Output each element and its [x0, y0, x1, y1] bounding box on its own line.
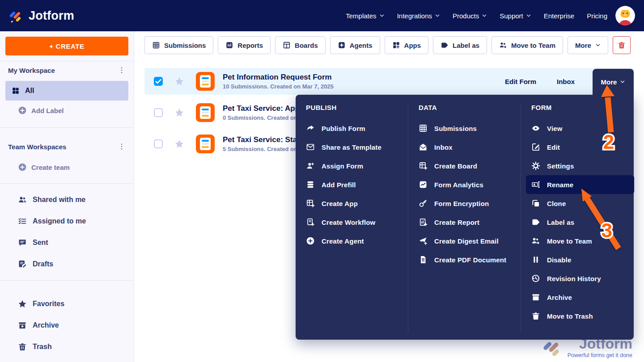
sidebar-item-label: Create team — [31, 164, 70, 171]
menu-item-inbox[interactable]: Inbox — [419, 138, 513, 156]
submissions-button[interactable]: Submissions — [144, 36, 213, 54]
menu-item-view[interactable]: View — [531, 119, 629, 138]
apps-button[interactable]: Apps — [385, 36, 429, 54]
trash-icon — [618, 41, 626, 49]
boards-button[interactable]: Boards — [275, 36, 326, 54]
menu-item-revision-history[interactable]: Revision History — [531, 269, 629, 288]
menu-item-rename[interactable]: Rename — [526, 175, 634, 194]
nav-support[interactable]: Support — [500, 12, 531, 20]
sidebar-item-sent[interactable]: Sent — [0, 232, 134, 253]
sidebar-item-label: All — [25, 87, 34, 95]
pdf-document-icon — [419, 255, 428, 264]
menu-section-publish: PUBLISH — [306, 102, 401, 114]
label-as-button[interactable]: Label as — [433, 36, 487, 54]
sidebar-item-favorites[interactable]: Favorites — [0, 293, 134, 315]
move-to-team-button[interactable]: Move to Team — [491, 36, 563, 54]
sidebar-item-trash[interactable]: Trash — [0, 336, 134, 358]
menu-item-archive[interactable]: Archive — [531, 288, 629, 307]
edit-form-link[interactable]: Edit Form — [505, 78, 536, 85]
favorite-star-icon[interactable] — [174, 139, 184, 149]
menu-item-create-digest-email[interactable]: Create Digest Email — [419, 232, 513, 250]
form-meta: 0 Submissions. Created on F — [223, 114, 304, 121]
archive-box-icon — [531, 293, 540, 302]
divider — [0, 61, 134, 61]
form-title[interactable]: Pet Taxi Service: Appo — [223, 104, 304, 113]
menu-item-clone[interactable]: Clone — [531, 194, 629, 213]
sidebar-item-drafts[interactable]: Drafts — [0, 253, 134, 275]
row-checkbox[interactable] — [154, 139, 163, 148]
delete-button[interactable] — [613, 36, 631, 54]
sidebar-item-label: Shared with me — [33, 196, 85, 204]
reports-button[interactable]: Reports — [218, 36, 271, 54]
chevron-down-icon — [379, 13, 385, 18]
form-thumbnail-icon — [196, 103, 215, 122]
menu-item-move-to-team[interactable]: Move to Team — [531, 232, 629, 250]
sidebar-item-all[interactable]: All — [5, 81, 128, 101]
menu-item-create-board[interactable]: Create Board — [419, 156, 513, 175]
agents-button[interactable]: Agents — [330, 36, 380, 54]
watermark-tagline: Powerful forms get it done — [568, 352, 632, 358]
sidebar-item-label: Sent — [33, 239, 48, 247]
sidebar-item-label: Trash — [33, 343, 52, 351]
divider — [521, 103, 521, 333]
board-icon — [283, 41, 291, 49]
report-plus-icon — [419, 218, 428, 227]
menu-item-submissions[interactable]: Submissions — [419, 119, 513, 138]
menu-item-create-agent[interactable]: Create Agent — [306, 232, 401, 250]
row-more-button-open[interactable]: More — [593, 69, 634, 95]
menu-item-move-to-trash[interactable]: Move to Trash — [531, 307, 629, 325]
favorite-star-icon[interactable] — [174, 108, 184, 118]
menu-item-create-pdf-document[interactable]: Create PDF Document — [419, 250, 513, 269]
chevron-down-icon — [435, 13, 440, 18]
user-avatar[interactable] — [615, 6, 635, 25]
plus-circle-icon — [18, 106, 27, 115]
menu-item-form-encryption[interactable]: Form Encryption — [419, 194, 513, 213]
nav-products[interactable]: Products — [453, 12, 487, 20]
menu-item-settings[interactable]: Settings — [531, 156, 629, 175]
menu-item-assign-form[interactable]: Assign Form — [306, 156, 401, 175]
form-title[interactable]: Pet Taxi Service: Staff — [223, 135, 302, 144]
nav-templates[interactable]: Templates — [346, 12, 384, 20]
checklist-icon — [18, 217, 27, 226]
archive-box-icon — [18, 321, 27, 330]
menu-item-publish-form[interactable]: Publish Form — [306, 119, 401, 138]
menu-item-create-report[interactable]: Create Report — [419, 213, 513, 232]
favorite-star-icon[interactable] — [174, 76, 184, 86]
form-row-pet-information[interactable]: Pet Information Request Form 10 Submissi… — [144, 68, 634, 95]
row-checkbox[interactable] — [154, 108, 163, 117]
menu-item-create-app[interactable]: Create App — [306, 194, 401, 213]
nav-pricing[interactable]: Pricing — [587, 12, 607, 20]
all-forms-icon — [12, 87, 20, 95]
nav-enterprise[interactable]: Enterprise — [544, 12, 574, 20]
eye-icon — [531, 124, 540, 133]
report-chart-icon — [225, 41, 233, 49]
sidebar-item-create-team[interactable]: Create team — [0, 157, 134, 177]
chevron-down-icon — [620, 79, 625, 84]
kebab-menu-icon[interactable] — [118, 143, 126, 151]
menu-item-label-as[interactable]: Label as — [531, 213, 629, 232]
tag-icon — [441, 41, 449, 49]
toolbar-more-button[interactable]: More — [568, 36, 608, 54]
sidebar-item-assigned-to-me[interactable]: Assigned to me — [0, 210, 134, 232]
menu-section-form: FORM — [531, 102, 629, 114]
jotform-logo[interactable]: Jotform — [9, 8, 74, 23]
menu-item-edit[interactable]: Edit — [531, 138, 629, 156]
sidebar-item-add-label[interactable]: Add Label — [0, 101, 134, 120]
inbox-link[interactable]: Inbox — [557, 78, 575, 85]
toolbar: Submissions Reports Boards Agents Apps L… — [144, 36, 634, 54]
divider — [0, 127, 134, 128]
menu-item-form-analytics[interactable]: Form Analytics — [419, 175, 513, 194]
sidebar-item-shared-with-me[interactable]: Shared with me — [0, 189, 134, 210]
menu-item-create-workflow[interactable]: Create Workflow — [306, 213, 401, 232]
menu-item-share-as-template[interactable]: Share as Template — [306, 138, 401, 156]
chevron-down-icon — [482, 13, 487, 18]
nav-integrations[interactable]: Integrations — [397, 12, 440, 20]
kebab-menu-icon[interactable] — [118, 66, 126, 74]
menu-item-disable[interactable]: Disable — [531, 250, 629, 269]
gear-icon — [531, 161, 540, 170]
form-title[interactable]: Pet Information Request Form — [223, 73, 334, 82]
menu-item-add-prefill[interactable]: Add Prefill — [306, 175, 401, 194]
sidebar-item-archive[interactable]: Archive — [0, 315, 134, 336]
create-button[interactable]: + CREATE — [5, 37, 128, 55]
row-checkbox-checked[interactable] — [154, 77, 163, 86]
